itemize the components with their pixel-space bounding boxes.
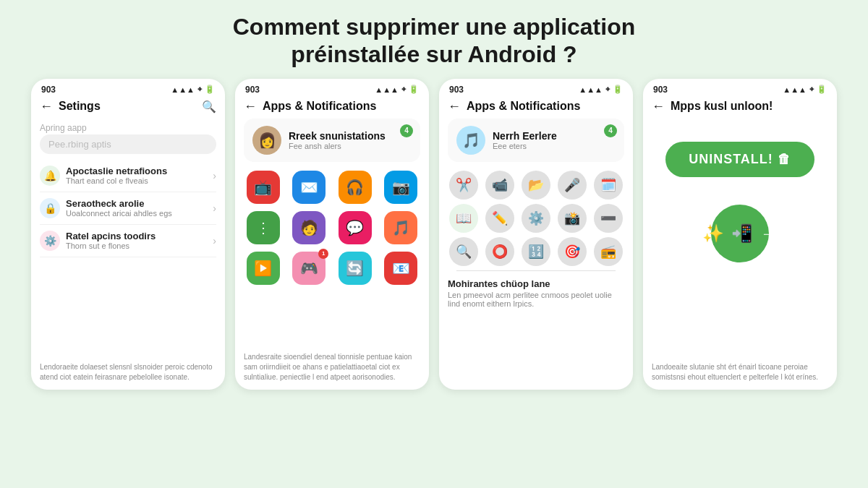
app-sm-3-0[interactable]: ✂️ bbox=[449, 171, 478, 200]
app-sm-3-11[interactable]: ⭕ bbox=[485, 237, 514, 266]
signal-icon-3: ▲▲▲ bbox=[579, 85, 603, 94]
app-sm-3-12[interactable]: 🔢 bbox=[522, 237, 550, 266]
settings-icon-1: 🔒 bbox=[40, 198, 60, 218]
phone-header-4: ← Mpps kusl unloon! bbox=[643, 96, 837, 119]
back-arrow-2[interactable]: ← bbox=[244, 99, 257, 114]
app-icon-2-3[interactable]: 📷 bbox=[384, 171, 417, 204]
settings-item-0[interactable]: 🔔 Apoctaslie netrafioons Thart eand col … bbox=[40, 160, 216, 192]
settings-text-1: Seraotheck arolie Uoalconnect aricai ahd… bbox=[66, 198, 207, 218]
app-sm-3-5[interactable]: 📖 bbox=[449, 204, 478, 233]
phone-content-4: UNINSTALL! 🗑 ✨ 📲 → bbox=[643, 119, 837, 356]
status-bar-2: 903 ▲▲▲ ⌖ 🔋 bbox=[235, 79, 429, 96]
phone-content-3: 🎵 Nerrh Eerlere Eee eters 4 ✂️ 📹 📂 🎤 🗓️ … bbox=[439, 119, 633, 382]
app-sm-3-8[interactable]: 📸 bbox=[558, 204, 587, 233]
arrow-icon-1: › bbox=[213, 202, 216, 214]
app-sm-3-1[interactable]: 📹 bbox=[485, 171, 514, 200]
app-sm-3-2[interactable]: 📂 bbox=[522, 171, 550, 200]
notif-info-2: Rreek snunistations Fee ansh alers bbox=[289, 130, 386, 150]
status-bar-4: 903 ▲▲▲ ⌖ 🔋 bbox=[643, 79, 837, 96]
battery-icon-4: 🔋 bbox=[817, 85, 827, 94]
app-sm-3-6[interactable]: ✏️ bbox=[485, 204, 514, 233]
app-badge-2-9: 1 bbox=[318, 249, 328, 259]
arrow-icon-2: › bbox=[213, 235, 216, 247]
arrow-icon-uninstall: → bbox=[760, 223, 778, 244]
uninstall-circle-wrapper: ✨ 📲 → bbox=[652, 205, 828, 262]
uninstall-btn-wrapper: UNINSTALL! 🗑 bbox=[652, 119, 828, 197]
app-sm-3-3[interactable]: 🎤 bbox=[558, 171, 587, 200]
app-icon-2-5[interactable]: 🧑 bbox=[292, 211, 326, 244]
signal-icon-4: ▲▲▲ bbox=[783, 85, 807, 94]
search-label-1: Apring aapp bbox=[40, 123, 216, 133]
uninstall-button[interactable]: UNINSTALL! 🗑 bbox=[665, 142, 814, 177]
arrow-icon-0: › bbox=[213, 170, 216, 181]
back-arrow-1[interactable]: ← bbox=[40, 99, 53, 114]
notif-sub-2: Fee ansh alers bbox=[289, 142, 386, 150]
settings-text-2: Ratel apcins toodirs Thorn sut e flones bbox=[66, 231, 207, 250]
status-time-1: 903 bbox=[41, 85, 56, 95]
app-sm-3-4[interactable]: 🗓️ bbox=[594, 171, 623, 200]
back-arrow-3[interactable]: ← bbox=[448, 99, 461, 114]
header-title-4: Mpps kusl unloon! bbox=[671, 100, 773, 113]
uninstall-circle: ✨ 📲 → bbox=[711, 205, 769, 262]
app-icon-2-2[interactable]: 🎧 bbox=[339, 171, 372, 204]
settings-sub-1: Uoalconnect aricai ahdles egs bbox=[66, 209, 207, 218]
app-icon-2-6[interactable]: 💬 bbox=[339, 211, 372, 244]
app-sm-3-7[interactable]: ⚙️ bbox=[522, 204, 550, 233]
notif-sub-3: Eee eters bbox=[493, 142, 557, 150]
back-arrow-4[interactable]: ← bbox=[652, 99, 665, 114]
status-time-4: 903 bbox=[653, 85, 668, 95]
footer-text-2: Landesraite sioendiel deneal tionnisle p… bbox=[235, 346, 429, 382]
app-sm-3-10[interactable]: 🔍 bbox=[449, 237, 478, 266]
page-title: Comment supprimer une application préins… bbox=[233, 13, 636, 69]
phone-card-2: 903 ▲▲▲ ⌖ 🔋 ← Apps & Notifications 👩 Rre… bbox=[235, 79, 429, 390]
divider-3 bbox=[456, 270, 616, 271]
phone-header-3: ← Apps & Notifications bbox=[439, 96, 633, 119]
header-title-1: Setings bbox=[59, 100, 101, 113]
notif-title-3: Nerrh Eerlere bbox=[493, 130, 557, 142]
settings-title-1: Seraotheck arolie bbox=[66, 198, 207, 209]
settings-icon-2: ⚙️ bbox=[40, 231, 60, 251]
settings-item-1[interactable]: 🔒 Seraotheck arolie Uoalconnect aricai a… bbox=[40, 192, 216, 225]
settings-text-0: Apoctaslie netrafioons Thart eand col e … bbox=[66, 166, 207, 185]
status-icons-4: ▲▲▲ ⌖ 🔋 bbox=[783, 85, 827, 94]
notif-avatar-2: 👩 bbox=[252, 126, 281, 155]
apps-grid-3: ✂️ 📹 📂 🎤 🗓️ 📖 ✏️ ⚙️ 📸 ➖ 🔍 ⭕ 🔢 🎯 📻 bbox=[448, 171, 624, 266]
notif-card-3: 🎵 Nerrh Eerlere Eee eters 4 bbox=[448, 119, 624, 162]
settings-title-2: Ratel apcins toodirs bbox=[66, 231, 207, 241]
uninstall-circle-icons: ✨ 📲 → bbox=[702, 223, 778, 244]
app-icon-2-9[interactable]: 🎮 1 bbox=[292, 252, 326, 285]
sparkle-icon: ✨ bbox=[702, 223, 724, 244]
search-icon-1[interactable]: 🔍 bbox=[202, 100, 216, 114]
app-sm-3-13[interactable]: 🎯 bbox=[558, 237, 587, 266]
app-icon-2-1[interactable]: ✉️ bbox=[292, 171, 326, 204]
phone-header-1: ← Setings 🔍 bbox=[31, 96, 225, 119]
phone-card-3: 903 ▲▲▲ ⌖ 🔋 ← Apps & Notifications 🎵 Ner… bbox=[439, 79, 633, 390]
app-icon-2-11[interactable]: 📧 bbox=[384, 252, 417, 285]
notif-avatar-3: 🎵 bbox=[456, 126, 485, 155]
app-icon-2-0[interactable]: 📺 bbox=[247, 171, 280, 204]
notif-title-2: Rreek snunistations bbox=[289, 130, 386, 142]
wifi-icon-2: ⌖ bbox=[401, 85, 406, 94]
app-icon-2-4[interactable]: ⋮ bbox=[247, 211, 280, 244]
status-icons-1: ▲▲▲ ⌖ 🔋 bbox=[171, 85, 215, 94]
app-icon-2-8[interactable]: ▶️ bbox=[247, 252, 280, 285]
battery-icon-2: 🔋 bbox=[409, 85, 419, 94]
app-sm-3-9[interactable]: ➖ bbox=[594, 204, 623, 233]
wifi-icon-3: ⌖ bbox=[605, 85, 610, 94]
app-icon-2-7[interactable]: 🎵 bbox=[384, 211, 417, 244]
wifi-icon: ⌖ bbox=[197, 85, 202, 94]
phone-content-1: Apring aapp Pee.rbing aptis 🔔 Apoctaslie… bbox=[31, 119, 225, 356]
wifi-icon-4: ⌖ bbox=[809, 85, 814, 94]
phone-content-2: 👩 Rreek snunistations Fee ansh alers 4 📺… bbox=[235, 119, 429, 346]
status-bar-3: 903 ▲▲▲ ⌖ 🔋 bbox=[439, 79, 633, 96]
app-icon-2-10[interactable]: 🔄 bbox=[339, 252, 372, 285]
search-placeholder-1: Pee.rbing aptis bbox=[48, 139, 111, 150]
status-time-2: 903 bbox=[245, 85, 260, 95]
phone-icon: 📲 bbox=[731, 223, 753, 244]
app-sm-3-14[interactable]: 📻 bbox=[594, 237, 623, 266]
search-bar-1[interactable]: Pee.rbing aptis bbox=[40, 134, 216, 154]
settings-item-2[interactable]: ⚙️ Ratel apcins toodirs Thorn sut e flon… bbox=[40, 225, 216, 257]
apps-grid-2: 📺 ✉️ 🎧 📷 ⋮ 🧑 💬 🎵 ▶️ 🎮 1 🔄 📧 bbox=[244, 171, 420, 285]
notif-badge-2: 4 bbox=[400, 124, 413, 137]
phone-card-4: 903 ▲▲▲ ⌖ 🔋 ← Mpps kusl unloon! UNINSTAL… bbox=[643, 79, 837, 390]
